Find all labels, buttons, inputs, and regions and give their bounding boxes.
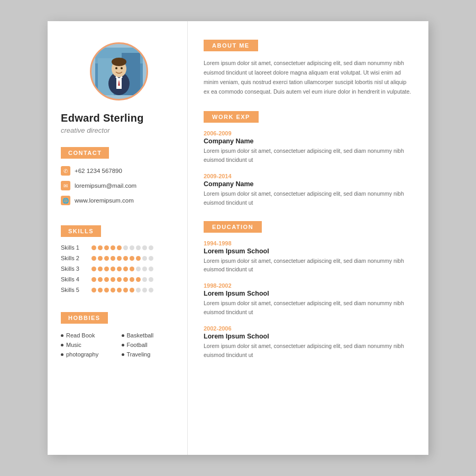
hobby-label: Basketball [127, 332, 154, 338]
left-column: Edward Sterling creative director Contac… [48, 21, 188, 455]
dot-empty [142, 267, 147, 271]
skill-row: Skills 3 [61, 266, 177, 272]
person-name: Edward Sterling [61, 112, 177, 124]
skill-row: Skills 1 [61, 244, 177, 251]
edu-entry: 1998-2002 Lorem Ipsum School Lorem ipsum… [204, 282, 413, 317]
hobby-bullet [122, 334, 124, 337]
about-text: Lorem ipsum dolor sit amet, consectetuer… [204, 59, 413, 96]
skill-label: Skills 3 [61, 266, 87, 272]
skill-dots [91, 256, 153, 261]
work-desc: Lorem ipsum dolor sit amet, consectetuer… [204, 189, 413, 207]
dot-empty [149, 288, 153, 292]
work-company: Company Name [204, 138, 413, 145]
dot-filled [111, 277, 115, 282]
hobby-label: photography [66, 351, 98, 358]
contact-header: Contact [61, 147, 109, 159]
dot-filled [111, 267, 115, 271]
edu-years: 1994-1998 [204, 240, 413, 246]
resume-card: Edward Sterling creative director Contac… [48, 21, 428, 455]
dot-filled [123, 256, 128, 261]
dot-filled [117, 256, 122, 261]
contact-email: ✉ loremipsum@mail.com [61, 181, 177, 190]
dot-filled [104, 277, 109, 282]
dot-filled [91, 288, 96, 292]
work-entry: 2009-2014 Company Name Lorem ipsum dolor… [204, 173, 413, 207]
hobby-bullet [61, 344, 63, 346]
work-section: Work Exp 2006-2009 Company Name Lorem ip… [204, 111, 413, 207]
dot-filled [98, 277, 103, 282]
hobby-item: photography [61, 351, 116, 358]
dot-filled [98, 288, 103, 292]
edu-entry: 2002-2006 Lorem Ipsum School Lorem ipsum… [204, 325, 413, 360]
hobby-label: Read Book [66, 332, 95, 338]
skill-dots [91, 267, 153, 271]
hobby-item: Basketball [122, 332, 177, 338]
dot-filled [117, 277, 122, 282]
work-header: Work Exp [204, 111, 259, 123]
dot-empty [136, 288, 141, 292]
skill-dots [91, 288, 153, 292]
contact-phone: ✆ +62 1234 567890 [61, 166, 177, 176]
skill-row: Skills 4 [61, 276, 177, 282]
dot-filled [117, 267, 122, 271]
dot-filled [136, 256, 141, 261]
dot-filled [104, 267, 109, 271]
skills-header: Skills [61, 225, 101, 237]
dot-filled [130, 267, 134, 271]
dot-filled [117, 245, 122, 250]
about-header: About Me [204, 40, 258, 51]
edu-school: Lorem Ipsum School [204, 290, 413, 297]
dot-empty [130, 245, 134, 250]
dot-filled [98, 267, 103, 271]
hobbies-section: Hobbies Read BookBasketballMusicFootball… [61, 312, 177, 358]
hobby-label: Music [66, 342, 81, 348]
edu-desc: Lorem ipsum dolor sit amet, consectetuer… [204, 257, 413, 274]
skill-dots [91, 245, 153, 250]
dot-empty [123, 245, 128, 250]
dot-filled [104, 288, 109, 292]
dot-empty [149, 277, 153, 282]
education-section: Education 1994-1998 Lorem Ipsum School L… [204, 221, 413, 360]
hobbies-grid: Read BookBasketballMusicFootballphotogra… [61, 332, 177, 358]
hobby-item: Traveling [122, 351, 177, 358]
hobby-bullet [122, 353, 124, 356]
dot-empty [149, 267, 153, 271]
hobby-label: Football [127, 342, 148, 348]
dot-filled [117, 288, 122, 292]
skill-label: Skills 4 [61, 276, 87, 282]
edu-entry: 1994-1998 Lorem Ipsum School Lorem ipsum… [204, 240, 413, 274]
hobby-bullet [61, 353, 63, 356]
edu-desc: Lorem ipsum dolor sit amet, consectetuer… [204, 342, 413, 360]
dot-empty [142, 277, 147, 282]
dot-filled [123, 288, 128, 292]
dot-filled [104, 245, 109, 250]
dot-filled [123, 277, 128, 282]
contact-list: ✆ +62 1234 567890 ✉ loremipsum@mail.com … [61, 166, 177, 210]
person-title: creative director [61, 126, 177, 134]
work-entry: 2006-2009 Company Name Lorem ipsum dolor… [204, 130, 413, 164]
contact-website: 🌐 www.loremipsum.com [61, 196, 177, 205]
dot-empty [136, 245, 141, 250]
hobby-label: Traveling [127, 351, 151, 358]
dot-filled [130, 256, 134, 261]
dot-filled [91, 256, 96, 261]
dot-empty [142, 245, 147, 250]
dot-filled [130, 277, 134, 282]
svg-point-8 [112, 58, 126, 66]
avatar [90, 42, 148, 100]
edu-desc: Lorem ipsum dolor sit amet, consectetuer… [204, 299, 413, 317]
skills-section: Skills Skills 1Skills 2Skills 3Skills 4S… [61, 225, 177, 297]
edu-years: 2002-2006 [204, 325, 413, 332]
dot-filled [136, 277, 141, 282]
skill-row: Skills 5 [61, 287, 177, 293]
dot-filled [104, 256, 109, 261]
hobby-bullet [61, 334, 63, 337]
skill-dots [91, 277, 153, 282]
dot-empty [142, 256, 147, 261]
dot-filled [111, 256, 115, 261]
edu-years: 1998-2002 [204, 282, 413, 289]
dot-filled [91, 245, 96, 250]
right-column: About Me Lorem ipsum dolor sit amet, con… [188, 21, 428, 455]
work-company: Company Name [204, 180, 413, 188]
education-header: Education [204, 221, 262, 233]
